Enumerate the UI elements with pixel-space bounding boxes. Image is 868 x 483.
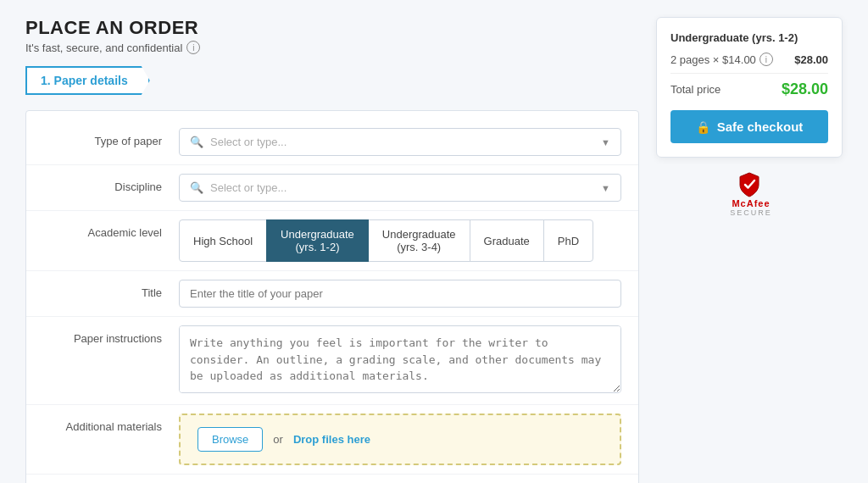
pages-amount: $28.00 <box>794 53 828 66</box>
discipline-select[interactable]: 🔍 Select or type... ▼ <box>179 174 621 202</box>
btn-undergrad-1-2[interactable]: Undergraduate(yrs. 1-2) <box>266 219 369 262</box>
btn-graduate[interactable]: Graduate <box>470 219 544 262</box>
mcafee-secure-label: SECURE <box>730 208 772 217</box>
btn-phd[interactable]: PhD <box>543 219 593 262</box>
total-amount: $28.00 <box>782 80 828 98</box>
total-row: Total price $28.00 <box>670 73 828 98</box>
paper-instructions-row: Paper instructions <box>26 317 638 405</box>
title-input[interactable] <box>179 280 621 308</box>
additional-materials-row: Additional materials Browse or Drop file… <box>26 405 638 475</box>
additional-materials-field: Browse or Drop files here <box>179 414 621 465</box>
academic-level-group: High School Undergraduate(yrs. 1-2) Unde… <box>179 219 621 262</box>
btn-high-school[interactable]: High School <box>179 219 267 262</box>
total-price-label: Total price <box>670 83 721 96</box>
paper-instructions-input[interactable] <box>179 325 621 393</box>
paper-instructions-label: Paper instructions <box>43 325 162 345</box>
browse-button[interactable]: Browse <box>198 427 263 452</box>
type-of-paper-field: 🔍 Select or type... ▼ <box>179 128 621 156</box>
or-text: or <box>273 433 283 446</box>
discipline-placeholder: Select or type... <box>210 181 601 194</box>
discipline-field: 🔍 Select or type... ▼ <box>179 174 621 202</box>
lock-icon: 🔒 <box>696 120 710 134</box>
title-field <box>179 280 621 308</box>
price-info-icon[interactable]: i <box>760 53 773 66</box>
paper-format-row: Paper format MLA APA 6 APA 7 Chicago / T… <box>26 475 638 483</box>
title-label: Title <box>43 280 162 299</box>
mcafee-logo: McAfee SECURE <box>726 171 772 217</box>
drop-files-text: Drop files here <box>293 433 370 446</box>
subtitle-text: It's fast, secure, and confidential <box>25 42 182 54</box>
academic-level-field: High School Undergraduate(yrs. 1-2) Unde… <box>179 219 621 262</box>
paper-instructions-field <box>179 325 621 396</box>
chevron-down-icon: ▼ <box>601 137 610 147</box>
mcafee-shield-icon <box>737 171 761 198</box>
pages-price-info: 2 pages × $14.00 i <box>670 53 773 66</box>
type-of-paper-row: Type of paper 🔍 Select or type... ▼ <box>26 119 638 165</box>
checkout-button[interactable]: 🔒 Safe checkout <box>670 110 828 143</box>
type-of-paper-placeholder: Select or type... <box>210 136 601 148</box>
type-of-paper-select[interactable]: 🔍 Select or type... ▼ <box>179 128 621 156</box>
mcafee-label: McAfee <box>732 198 770 208</box>
price-card: Undergraduate (yrs. 1-2) 2 pages × $14.0… <box>656 17 843 158</box>
order-form: Type of paper 🔍 Select or type... ▼ Disc… <box>25 110 639 483</box>
page-subtitle: It's fast, secure, and confidential i <box>25 41 639 54</box>
title-row: Title <box>26 271 638 317</box>
type-of-paper-label: Type of paper <box>43 128 162 147</box>
discipline-label: Discipline <box>43 174 162 193</box>
academic-level-row: Academic level High School Undergraduate… <box>26 211 638 271</box>
discipline-row: Discipline 🔍 Select or type... ▼ <box>26 165 638 211</box>
info-icon[interactable]: i <box>186 41 200 54</box>
pages-label: 2 pages × $14.00 <box>670 53 756 66</box>
paper-details-tab: 1. Paper details <box>25 66 150 95</box>
chevron-down-icon-discipline: ▼ <box>601 183 610 193</box>
additional-materials-label: Additional materials <box>43 414 162 433</box>
upload-area: Browse or Drop files here <box>179 414 621 465</box>
search-icon-discipline: 🔍 <box>190 181 203 194</box>
academic-level-label: Academic level <box>43 219 162 239</box>
checkout-label: Safe checkout <box>717 119 804 134</box>
search-icon: 🔍 <box>190 136 203 148</box>
mcafee-badge: McAfee SECURE <box>656 171 843 217</box>
page-title: PLACE AN ORDER <box>25 17 639 39</box>
tab-label: 1. Paper details <box>41 74 128 87</box>
pages-price-row: 2 pages × $14.00 i $28.00 <box>670 53 828 66</box>
order-sidebar: Undergraduate (yrs. 1-2) 2 pages × $14.0… <box>656 17 843 483</box>
level-label: Undergraduate (yrs. 1-2) <box>670 31 828 44</box>
btn-undergrad-3-4[interactable]: Undergraduate(yrs. 3-4) <box>368 219 470 262</box>
